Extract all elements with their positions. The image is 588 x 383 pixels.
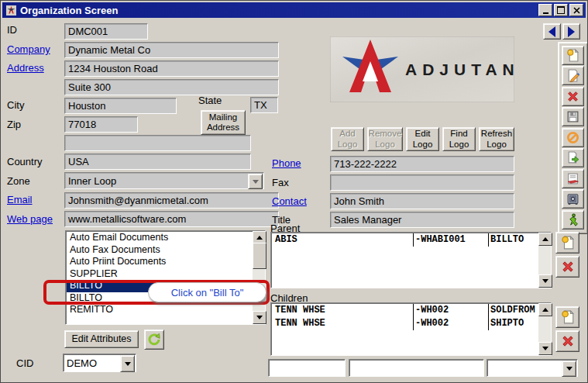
scroll-up-icon [542, 237, 548, 241]
list-item[interactable]: Auto Priint Documents [67, 256, 252, 268]
add-child-button[interactable] [555, 306, 579, 328]
delete-record-button[interactable] [562, 87, 584, 106]
parent-scrollbar[interactable] [538, 233, 551, 288]
zone-dropdown-button[interactable] [248, 174, 263, 189]
list-item[interactable]: Auto Email Documents [67, 232, 252, 244]
copy-record-icon [566, 151, 579, 164]
children-listbox[interactable]: TENN WHSE -WH002 SOLDFROM TENN WHSE -WH0… [270, 302, 552, 356]
id-field[interactable]: DMC001 [64, 23, 148, 40]
city-label: City [7, 99, 24, 111]
relation-type-dropdown-button[interactable] [562, 361, 576, 377]
scroll-down-icon [256, 316, 263, 319]
fax-field[interactable] [330, 174, 514, 191]
company-field[interactable]: Dynamic Metal Co [64, 42, 279, 58]
title-bar[interactable]: Organization Screen [2, 2, 586, 18]
new-relation-type-combobox[interactable] [487, 359, 578, 377]
scroll-up-button[interactable] [538, 303, 552, 316]
window-title: Organization Screen [20, 5, 118, 16]
delete-child-button[interactable] [555, 330, 579, 352]
refresh-logo-button[interactable]: Refresh Logo [479, 127, 514, 151]
organization-screen-window: Organization Screen [0, 0, 588, 383]
remove-logo-button: Remove Logo [367, 127, 403, 151]
scroll-down-button[interactable] [253, 311, 266, 324]
parent-listbox[interactable]: ABIS -WHABI001 BILLTO [270, 232, 552, 288]
list-item[interactable]: SUPPLIER [67, 268, 252, 281]
country-label: Country [7, 156, 43, 167]
cancel-button[interactable] [562, 128, 584, 147]
contact-field[interactable]: John Smith [330, 193, 514, 209]
close-button[interactable] [569, 4, 583, 16]
cid-label: CID [16, 357, 33, 369]
list-item[interactable]: REMITTO [67, 304, 252, 316]
zone-combobox[interactable]: Inner Loop [64, 172, 264, 189]
previous-record-button[interactable] [543, 23, 561, 40]
city-field[interactable]: Houston [64, 98, 177, 114]
state-label: State [198, 95, 222, 106]
delete-record-icon [566, 90, 579, 103]
cid-combobox[interactable]: DEMO [63, 354, 136, 372]
exit-button[interactable] [562, 210, 584, 229]
web-page-field[interactable]: www.metallicsoftware.com [64, 211, 279, 227]
add-logo-button: Add Logo [331, 127, 364, 151]
vault-button[interactable] [562, 189, 584, 209]
phone-field[interactable]: 713-222-2222 [330, 156, 514, 172]
copy-record-button[interactable] [562, 148, 584, 167]
scroll-down-button[interactable] [538, 342, 552, 355]
arrow-left-icon [548, 26, 555, 37]
scroll-up-icon [542, 308, 548, 312]
list-item[interactable]: Auto Fax Documents [67, 244, 252, 257]
fax-label: Fax [272, 177, 289, 188]
edit-logo-button[interactable]: Edit Logo [406, 127, 439, 151]
maximize-button[interactable] [554, 4, 568, 16]
delete-parent-button[interactable] [555, 256, 579, 278]
address-link[interactable]: Address [7, 62, 44, 74]
svg-text:ADJUTANT: ADJUTANT [405, 60, 514, 78]
mailing-address-button[interactable]: Mailing Address [201, 110, 246, 135]
edit-attributes-button[interactable]: Edit Attributes [64, 330, 139, 348]
edit-record-button[interactable] [562, 66, 584, 85]
scroll-down-button[interactable] [538, 274, 552, 288]
scrollbar-thumb[interactable] [253, 243, 266, 269]
refresh-attributes-button[interactable] [144, 330, 164, 350]
phone-link[interactable]: Phone [272, 157, 301, 169]
parent-row[interactable]: ABIS -WHABI001 BILLTO [272, 233, 538, 247]
cid-dropdown-button[interactable] [120, 355, 135, 372]
find-logo-button[interactable]: Find Logo [442, 127, 476, 151]
zip-field[interactable]: 77018 [64, 116, 138, 133]
web-page-link[interactable]: Web page [7, 213, 53, 225]
zone-value: Inner Loop [65, 173, 263, 188]
address-line3-field[interactable] [64, 135, 251, 151]
child-row[interactable]: TENN WHSE -WH002 SOLDFROM [272, 304, 538, 317]
country-field[interactable]: USA [64, 154, 251, 170]
refresh-icon [147, 333, 161, 347]
save-record-button[interactable] [562, 107, 584, 126]
state-field[interactable]: TX [250, 97, 278, 113]
new-record-icon [561, 236, 575, 250]
new-record-icon [566, 49, 579, 62]
contact-link[interactable]: Contact [272, 195, 307, 207]
zone-label: Zone [7, 175, 30, 187]
new-relation-name-input[interactable] [268, 359, 346, 377]
address-line1-field[interactable]: 1234 Houston Road [64, 60, 279, 77]
minimize-button[interactable] [538, 4, 552, 16]
children-scrollbar[interactable] [538, 303, 551, 355]
new-relation-code-input[interactable] [349, 359, 484, 377]
id-label: ID [7, 24, 17, 36]
title-field[interactable]: Sales Manager [330, 212, 514, 228]
email-field[interactable]: Johnsmith@dyanmicmetal.com [64, 192, 279, 209]
attributes-scrollbar[interactable] [253, 231, 265, 324]
scroll-up-button[interactable] [538, 233, 552, 246]
address-line2-field[interactable]: Suite 300 [64, 79, 279, 95]
edit-record-icon [566, 69, 579, 82]
new-record-button[interactable] [562, 46, 584, 65]
email-link[interactable]: Email [7, 194, 33, 205]
minimize-icon [543, 12, 548, 14]
add-parent-button[interactable] [555, 232, 579, 254]
next-record-button[interactable] [562, 23, 580, 40]
company-link[interactable]: Company [7, 43, 50, 55]
attributes-listbox[interactable]: Auto Email Documents Auto Fax Documents … [65, 230, 266, 325]
scroll-up-icon [256, 236, 263, 240]
scroll-down-icon [542, 279, 548, 283]
child-row[interactable]: TENN WHSE -WH002 SHIPTO [272, 317, 538, 330]
audit-notes-button[interactable] [562, 169, 584, 188]
